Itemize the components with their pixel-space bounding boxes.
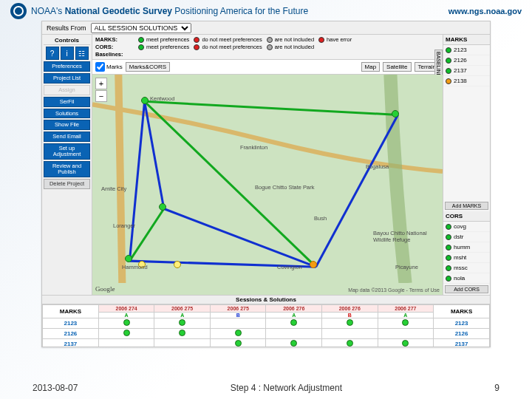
mark-cell[interactable]: 2137 [434, 339, 490, 347]
org-icon[interactable]: ☷ [75, 47, 89, 60]
mark-row: 2137 [443, 66, 490, 76]
dot-red-icon [194, 37, 200, 43]
sidebar-send-email[interactable]: Send Email [44, 132, 90, 142]
map-mark[interactable] [310, 261, 317, 268]
sessions-title: Sessions & Solutions [42, 296, 490, 304]
map-mark[interactable] [141, 97, 149, 104]
dot-green-icon [179, 319, 185, 326]
sidebar: Controls ? i ☷ Preferences Project List … [42, 35, 92, 295]
place-label: Amite City [101, 185, 126, 192]
mark-cell[interactable]: 2123 [43, 318, 99, 329]
dot-green-icon [446, 245, 451, 250]
cors-row: dstr [443, 232, 490, 242]
status-cell [266, 339, 322, 347]
dot-gray-icon [267, 44, 273, 50]
status-cell [322, 339, 378, 347]
sidebar-setup-adjustment[interactable]: Set up Adjustment [44, 143, 90, 160]
sidebar-solutions[interactable]: Solutions [44, 109, 90, 119]
dot-green-icon [402, 319, 409, 326]
status-cell [98, 318, 154, 329]
status-cell [322, 318, 378, 329]
results-bar: Results From ALL SESSION SOLUTIONS [42, 21, 490, 35]
status-cell [378, 339, 434, 347]
map-mark[interactable] [159, 203, 166, 211]
sidebar-review-publish[interactable]: Review and Publish [44, 161, 90, 177]
dot-green-icon [446, 234, 451, 240]
header: NOAA's National Geodetic Survey Position… [0, 0, 532, 21]
dot-green-icon [347, 340, 353, 347]
add-marks-button[interactable]: Add MARKS [445, 202, 488, 210]
status-cell [266, 329, 322, 339]
footer-title: Step 4 : Network Adjustment [231, 383, 342, 393]
sidebar-preferences[interactable]: Preferences [44, 61, 90, 72]
dot-green-icon [138, 44, 144, 50]
marks-cors-button[interactable]: Marks&CORS [126, 62, 170, 72]
sess-head-marks-r: MARKS [434, 305, 490, 318]
dot-green-icon [123, 319, 130, 326]
map-mode-satellite[interactable]: Satellite [383, 62, 411, 72]
sidebar-show-file[interactable]: Show File [44, 120, 90, 130]
map-mode-map[interactable]: Map [361, 62, 381, 72]
map-cors[interactable] [174, 261, 181, 268]
dot-green-icon [446, 265, 451, 271]
mark-row: 2138 [443, 76, 490, 86]
footer-date: 2013-08-07 [33, 383, 78, 393]
map-toolbar: Marks Marks&CORS Map Satellite Terrain [92, 60, 443, 75]
dot-gray-icon [267, 37, 273, 43]
dot-green-icon [138, 37, 144, 43]
results-select[interactable]: ALL SESSION SOLUTIONS [91, 23, 191, 33]
status-cell [378, 318, 434, 329]
mark-cell[interactable]: 2126 [43, 329, 99, 339]
dot-green-icon [347, 319, 353, 326]
dot-green-icon [290, 319, 297, 326]
dot-green-icon [290, 340, 297, 347]
sidebar-serfil[interactable]: SerFil [44, 97, 90, 107]
zoom-out-icon[interactable]: − [95, 90, 107, 102]
legend-marks-label: MARKS: [95, 36, 134, 43]
sessions-panel: Sessions & Solutions MARKS 2006 274 2006… [42, 295, 490, 347]
dot-green-icon [179, 330, 185, 336]
mark-cell[interactable]: 2137 [43, 339, 99, 347]
cors-row: humm [443, 242, 490, 253]
mark-row: 2123 [443, 45, 490, 55]
info-icon[interactable]: i [61, 47, 74, 60]
place-label: Bogalusa [366, 163, 389, 170]
dot-green-icon [446, 276, 451, 282]
map-zoom-controls[interactable]: +− [95, 78, 107, 102]
map-mark[interactable] [125, 255, 132, 262]
place-label: Picayune [395, 264, 418, 270]
place-label: Kentwood [150, 95, 174, 102]
cors-row: covg [443, 222, 490, 232]
help-icon[interactable]: ? [46, 47, 59, 60]
dot-error-icon [318, 37, 324, 43]
dot-green-icon [235, 340, 242, 347]
mark-cell[interactable]: 2123 [434, 318, 490, 329]
mark-cell[interactable]: 2126 [434, 329, 490, 339]
marks-header: MARKS [443, 35, 490, 45]
dot-green-icon [402, 340, 409, 347]
app-frame: Results From ALL SESSION SOLUTIONS Contr… [41, 21, 491, 347]
sidebar-project-list[interactable]: Project List [44, 73, 90, 83]
right-panel: MARKS 2123 2126 2137 2138 Add MARKS CORS… [443, 35, 490, 295]
dot-red-icon [194, 44, 200, 50]
status-cell [210, 318, 266, 329]
dot-green-icon [123, 330, 130, 336]
brand-prefix: NOAA's [31, 6, 65, 16]
mark-row: 2126 [443, 55, 490, 66]
legend-cors-label: CORS: [95, 44, 134, 50]
place-label: Bogue Chitto State Park [255, 184, 314, 191]
status-cell [154, 329, 211, 339]
marks-checkbox[interactable]: Marks [95, 62, 123, 72]
map-mark[interactable] [392, 110, 399, 117]
map-terms: Map data ©2013 Google - Terms of Use [348, 287, 440, 293]
zoom-in-icon[interactable]: + [95, 78, 107, 89]
map-canvas[interactable]: +− Kentwood Franklinton Bogalusa Bogue C… [92, 75, 443, 295]
place-label: Bayou Chitto National Wildlife Refuge [373, 230, 443, 243]
add-cors-button[interactable]: Add CORS [445, 285, 488, 293]
sidebar-delete-project[interactable]: Delete Project [44, 179, 90, 189]
cors-row: nola [443, 273, 490, 284]
google-logo: Google [95, 285, 115, 293]
table-row: 21232123 [43, 318, 490, 329]
dot-green-icon [235, 330, 242, 336]
table-row: 21262126 [43, 329, 490, 339]
